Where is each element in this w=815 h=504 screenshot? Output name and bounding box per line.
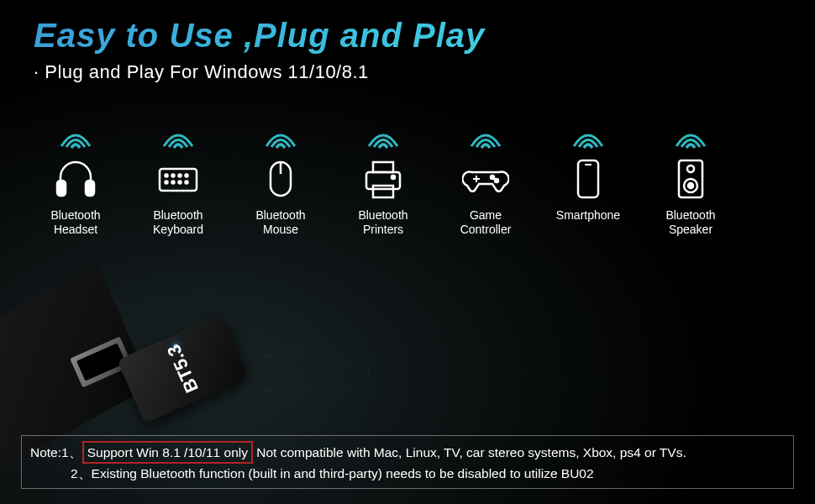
signal-icon: [567, 129, 609, 150]
svg-point-9: [179, 181, 181, 184]
device-label: Bluetooth Headset: [50, 208, 100, 237]
svg-point-4: [172, 175, 175, 177]
page-subtitle: · Plug and Play For Windows 11/10/8.1: [34, 61, 781, 83]
svg-point-20: [495, 179, 498, 182]
phone-icon: [564, 155, 613, 203]
svg-rect-15: [373, 186, 393, 197]
svg-point-8: [172, 181, 175, 184]
printer-icon: [359, 155, 408, 203]
svg-rect-0: [57, 181, 66, 196]
device-label: Smartphone: [556, 208, 620, 223]
signal-icon: [260, 129, 302, 150]
svg-point-24: [687, 165, 694, 172]
device-item: Smartphone: [546, 129, 630, 237]
device-item: Bluetooth Keyboard: [136, 129, 220, 237]
headset-icon: [51, 155, 100, 203]
signal-icon: [465, 129, 507, 150]
product-visual: BT5.3: [0, 256, 395, 449]
signal-icon: [55, 129, 97, 150]
device-item: Bluetooth Printers: [341, 129, 425, 237]
svg-point-7: [166, 181, 168, 184]
device-list: Bluetooth HeadsetBluetooth KeyboardBluet…: [34, 129, 781, 237]
note-prefix: Note:1、: [30, 445, 82, 459]
speaker-icon: [666, 155, 715, 203]
svg-point-19: [491, 176, 494, 179]
bluetooth-dongle: BT5.3: [117, 314, 249, 423]
svg-point-10: [186, 181, 188, 184]
keyboard-icon: [154, 155, 202, 203]
note-box: Note:1、Support Win 8.1 /10/11 only Not c…: [21, 435, 794, 490]
device-item: Bluetooth Speaker: [649, 129, 733, 237]
svg-rect-2: [160, 169, 197, 191]
note-line2: 2、Existing Bluetooth function (built in …: [30, 464, 785, 483]
svg-point-16: [392, 176, 395, 179]
svg-rect-14: [373, 162, 393, 172]
note-highlight: Support Win 8.1 /10/11 only: [82, 441, 253, 464]
note-suffix: Not compatible with Mac, Linux, TV, car …: [253, 445, 686, 459]
signal-icon: [157, 129, 199, 150]
device-label: Game Controller: [460, 208, 512, 237]
svg-point-6: [186, 175, 188, 177]
device-item: Game Controller: [444, 129, 528, 237]
svg-point-5: [179, 175, 181, 177]
device-item: Bluetooth Headset: [34, 129, 118, 237]
signal-icon: [670, 129, 712, 150]
svg-rect-21: [578, 160, 598, 197]
device-label: Bluetooth Keyboard: [153, 208, 203, 237]
gamepad-icon: [461, 155, 510, 203]
device-item: Bluetooth Mouse: [239, 129, 323, 237]
device-label: Bluetooth Mouse: [255, 208, 305, 237]
svg-point-3: [166, 175, 168, 177]
device-label: Bluetooth Speaker: [665, 208, 715, 237]
page-title: Easy to Use ,Plug and Play: [34, 17, 781, 55]
product-label: BT5.3: [162, 341, 202, 396]
device-label: Bluetooth Printers: [358, 208, 408, 237]
svg-rect-1: [86, 181, 94, 196]
svg-point-26: [688, 183, 693, 188]
mouse-icon: [256, 155, 305, 203]
signal-icon: [362, 129, 404, 150]
